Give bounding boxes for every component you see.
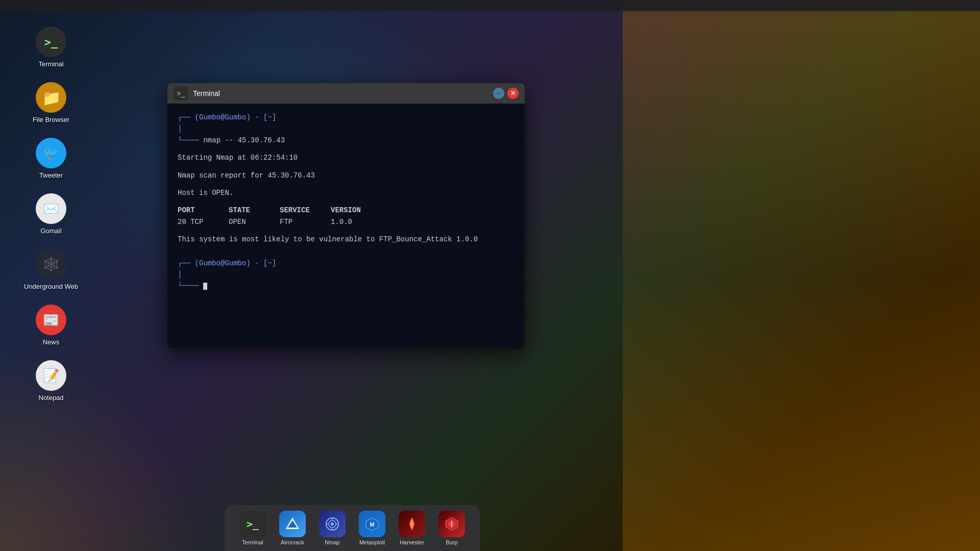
dock-metasploit-icon: M — [359, 511, 385, 537]
dock-item-harvester[interactable]: Harvester — [395, 508, 429, 548]
term-line-host: Host is OPEN. — [178, 187, 514, 198]
term-blank-7 — [178, 252, 514, 258]
desktop-icon-tweeter[interactable]: 🐦 Tweeter — [0, 133, 102, 184]
terminal-title-text: Terminal — [193, 89, 488, 97]
term-line-2: │ — [178, 123, 514, 134]
notepad-icon: 📝 — [36, 360, 66, 391]
term-table-header: PORT STATE SERVICE VERSION — [178, 205, 514, 216]
close-button[interactable]: ✕ — [507, 88, 519, 99]
news-label: News — [43, 338, 60, 346]
underground-web-label: Underground Web — [24, 283, 78, 290]
topbar — [0, 0, 980, 11]
dock-nmap-label: Nmap — [325, 539, 339, 545]
desktop-icon-underground-web[interactable]: 🕸️ Underground Web — [0, 244, 102, 295]
desktop-icon-terminal[interactable]: >_ Terminal — [0, 21, 102, 73]
term-blank-6 — [178, 245, 514, 252]
desktop-icon-notepad[interactable]: 📝 Notepad — [0, 355, 102, 407]
window-controls: − ✕ — [493, 88, 519, 99]
term-blank-5 — [178, 228, 514, 234]
term-line-prompt2-cont: │ — [178, 269, 514, 280]
taskbar: >_ Terminal Airocrack Nmap — [225, 505, 480, 551]
desktop-icon-file-browser[interactable]: 📁 File Browser — [0, 77, 102, 129]
dock-airocrack-label: Airocrack — [281, 539, 304, 545]
dock-airocrack-icon — [279, 511, 306, 537]
dock-item-airocrack[interactable]: Airocrack — [275, 508, 310, 548]
folder-icon: 📁 — [36, 82, 66, 113]
dock-harvester-label: Harvester — [400, 539, 424, 545]
dock-item-burp[interactable]: Burp — [434, 508, 469, 548]
svg-text:M: M — [370, 521, 374, 528]
desktop-icons: >_ Terminal 📁 File Browser 🐦 Tweeter ✉️ … — [0, 11, 102, 417]
wallpaper-accent2 — [623, 0, 980, 551]
mail-icon: ✉️ — [36, 193, 66, 224]
terminal-cursor — [203, 283, 207, 290]
term-line-3: └──── nmap -- 45.30.76.43 — [178, 135, 514, 146]
notepad-label: Notepad — [38, 394, 63, 402]
dock-burp-icon — [438, 511, 465, 537]
desktop-icon-gomail[interactable]: ✉️ Gomail — [0, 188, 102, 240]
term-line-starting: Starting Nmap at 06:22:54:10 — [178, 152, 514, 163]
dock-item-terminal[interactable]: >_ Terminal — [235, 508, 270, 548]
term-line-prompt2-end: └──── — [178, 280, 514, 291]
term-blank-1 — [178, 146, 514, 152]
term-blank-4 — [178, 198, 514, 205]
term-line-report: Nmap scan report for 45.30.76.43 — [178, 170, 514, 181]
terminal-window: >_ Terminal − ✕ ┌── (Gumbo@Gumbo) - [~] … — [167, 83, 525, 348]
terminal-icon: >_ — [36, 27, 66, 57]
gomail-label: Gomail — [40, 227, 61, 235]
tweeter-icon: 🐦 — [36, 138, 66, 168]
terminal-title-icon: >_ — [174, 86, 188, 101]
dock-item-metasploit[interactable]: M Metasploit — [355, 508, 389, 548]
dock-terminal-icon: >_ — [239, 511, 266, 537]
terminal-titlebar: >_ Terminal − ✕ — [167, 83, 525, 104]
minimize-button[interactable]: − — [493, 88, 504, 99]
tweeter-label: Tweeter — [39, 171, 63, 179]
news-icon: 📰 — [36, 305, 66, 335]
term-line-vuln: This system is most likely to be vulnera… — [178, 234, 514, 245]
term-table-row: 20 TCP OPEN FTP 1.0.0 — [178, 216, 514, 228]
terminal-body[interactable]: ┌── (Gumbo@Gumbo) - [~] │ └──── nmap -- … — [167, 104, 525, 348]
term-blank-2 — [178, 164, 514, 170]
term-line-prompt2: ┌── (Gumbo@Gumbo) - [~] — [178, 258, 514, 269]
web-icon: 🕸️ — [36, 249, 66, 280]
term-line-1: ┌── (Gumbo@Gumbo) - [~] — [178, 112, 514, 123]
dock-terminal-label: Terminal — [242, 539, 263, 545]
dock-metasploit-label: Metasploit — [359, 539, 385, 545]
file-browser-label: File Browser — [33, 116, 69, 123]
terminal-label: Terminal — [38, 60, 63, 68]
dock-nmap-icon — [319, 511, 346, 537]
dock-burp-label: Burp — [446, 539, 457, 545]
term-blank-3 — [178, 181, 514, 187]
dock-item-nmap[interactable]: Nmap — [315, 508, 350, 548]
desktop-icon-news[interactable]: 📰 News — [0, 299, 102, 351]
dock-harvester-icon — [399, 511, 425, 537]
svg-point-2 — [331, 522, 334, 525]
